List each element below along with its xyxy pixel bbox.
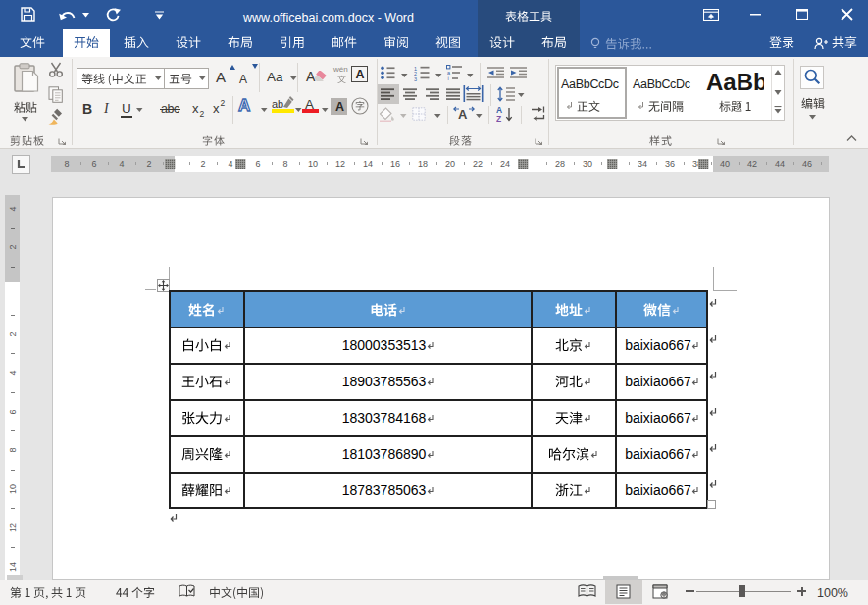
svg-text:Z: Z [496, 114, 501, 123]
svg-text:3: 3 [414, 76, 417, 82]
svg-text:i: i [448, 76, 449, 81]
